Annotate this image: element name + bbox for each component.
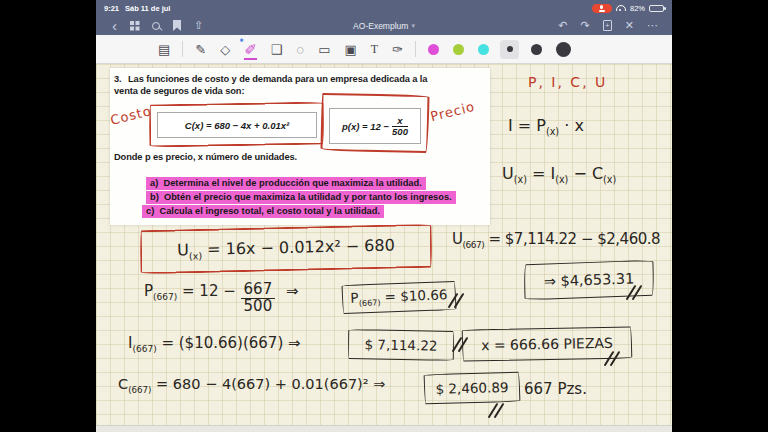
wifi-icon	[616, 5, 626, 11]
bluetooth-icon: ✱	[239, 38, 243, 43]
price-result-box: P(667) = $10.66	[342, 281, 457, 314]
utility-def-box: U(x) = 16x − 0.012x² − 680	[140, 224, 433, 275]
notes-app-window: 9:21 Sáb 11 de jul 82% ‹ ⇧ AO-Exemplum ▾	[96, 0, 672, 432]
arrow-icon: ⇒	[286, 282, 299, 300]
income-calc: I(667) = ($10.66)(667) ⇒	[128, 334, 301, 354]
problem-number: 3.	[114, 74, 122, 84]
variables-note: P, I, C, U	[528, 74, 607, 90]
close-button[interactable]: ✕	[625, 20, 634, 31]
color-swatch-cyan[interactable]	[478, 44, 489, 55]
toolbar-divider	[415, 41, 416, 57]
stroke-size-large[interactable]	[554, 40, 573, 59]
clock: 9:21	[104, 4, 119, 13]
eraser-tool-icon[interactable]: ◇	[220, 43, 230, 56]
check-mark-icon	[448, 292, 464, 312]
color-swatch-magenta[interactable]	[428, 44, 439, 55]
color-swatch-green[interactable]	[453, 44, 464, 55]
utility-def: U(x) = 16x − 0.012x² − 680	[177, 236, 395, 262]
price-calc: P(667) = 12 − 667500 ⇒	[144, 282, 299, 315]
price-annotation: Precio	[429, 99, 477, 125]
stylus-tool-icon[interactable]: ✑	[392, 43, 403, 56]
lasso-tool-icon[interactable]: ◌	[296, 43, 304, 56]
chevron-down-icon: ▾	[411, 22, 415, 30]
utility-formula: U(x) = I(x) − C(x)	[502, 164, 616, 185]
exercise-image: 3. Las funciones de costo y de demanda p…	[110, 68, 490, 225]
check-mark-icon	[626, 284, 642, 304]
bookmark-icon[interactable]	[173, 20, 181, 31]
note-canvas[interactable]: 3. Las funciones de costo y de demanda p…	[96, 64, 672, 425]
add-page-button[interactable]: +	[603, 20, 612, 31]
notebook-template-icon[interactable]: ▤	[158, 43, 170, 56]
text-tool-icon[interactable]: T	[371, 43, 378, 55]
thumbnails-icon[interactable]	[130, 21, 139, 30]
redo-button[interactable]: ↷	[581, 20, 590, 31]
toolbar-divider	[182, 41, 183, 57]
red-box-cost	[149, 101, 325, 147]
item-c: c) Calcula el ingreso total, el costo to…	[142, 200, 384, 218]
stroke-size-medium[interactable]	[527, 40, 546, 59]
document-title[interactable]: AO-Exemplum ▾	[353, 21, 415, 31]
battery-percent: 82%	[630, 4, 645, 13]
image-tool-icon[interactable]: ▭	[318, 43, 330, 56]
cost-annotation: Costo	[109, 103, 153, 128]
battery-icon	[649, 5, 664, 12]
search-icon[interactable]	[152, 22, 160, 30]
more-options-button[interactable]: ⋯	[647, 20, 658, 31]
check-mark-icon	[488, 402, 504, 422]
utility-calc: U(667) = $7,114.22 − $2,460.8	[452, 230, 660, 250]
drawing-toolbar: ▤ ✎ ◇ ✱ ✐ ❑ ◌ ▭ ▣ T ✑	[96, 35, 672, 64]
pen-tool-icon[interactable]: ✎	[195, 43, 206, 56]
problem-text-line2: venta de seguros de vida son:	[114, 86, 244, 96]
red-box-demand	[321, 93, 430, 153]
navigation-bar: ‹ ⇧ AO-Exemplum ▾ ↶ ↷ + ✕ ⋯	[96, 16, 672, 35]
income-result-box: $ 7,114.22	[348, 329, 455, 361]
status-bar: 9:21 Sáb 11 de jul 82%	[96, 0, 672, 16]
shapes-tool-icon[interactable]: ❑	[271, 43, 283, 56]
where-line: Donde p es precio, x número de unidades.	[114, 152, 297, 162]
cost-result-box: $ 2,460.89	[424, 372, 521, 405]
check-mark-icon	[604, 350, 620, 370]
undo-button[interactable]: ↶	[558, 20, 567, 31]
back-button[interactable]: ‹	[112, 20, 117, 32]
date: Sáb 11 de jul	[125, 4, 170, 13]
highlighter-tool-icon[interactable]: ✱ ✐	[244, 42, 257, 57]
problem-text-line1: Las funciones de costo y de demanda para…	[128, 74, 427, 84]
microphone-active-icon[interactable]	[592, 4, 612, 13]
share-icon[interactable]: ⇧	[194, 20, 203, 31]
units-rounded: 667 Pzs.	[524, 380, 587, 398]
stroke-size-small-selected[interactable]	[500, 40, 519, 59]
income-formula: I = P(x) · x	[508, 116, 584, 137]
camera-tool-icon[interactable]: ▣	[344, 43, 356, 56]
screen: 9:21 Sáb 11 de jul 82% ‹ ⇧ AO-Exemplum ▾	[0, 0, 768, 432]
cost-calc: C(667) = 680 − 4(667) + 0.01(667)² ⇒	[118, 376, 385, 395]
bottom-bar	[96, 425, 672, 432]
